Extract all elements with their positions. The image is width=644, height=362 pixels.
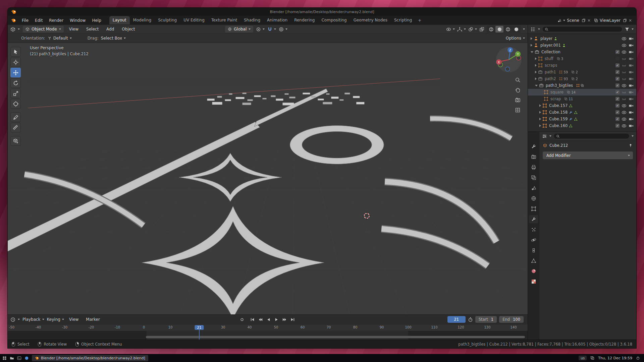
disable-render-camera-icon[interactable] bbox=[629, 117, 634, 122]
jump-to-end-button[interactable] bbox=[289, 316, 296, 322]
add-modifier-button[interactable]: Add Modifier bbox=[543, 152, 633, 159]
outliner-row-player001[interactable]: player.001 bbox=[528, 42, 636, 49]
exclude-checkbox[interactable] bbox=[615, 110, 620, 114]
zoom-icon[interactable] bbox=[515, 77, 521, 83]
expand-icon[interactable] bbox=[531, 37, 532, 40]
current-frame-field[interactable]: 21 bbox=[447, 316, 466, 323]
expand-icon[interactable] bbox=[539, 111, 541, 114]
menu-add[interactable]: Add bbox=[104, 26, 116, 33]
tab-view-layer[interactable] bbox=[529, 174, 538, 182]
proportional-edit-toggle[interactable] bbox=[279, 27, 287, 32]
outliner-row-scrap[interactable]: scrap 11 bbox=[528, 96, 636, 102]
show-overlays-dropdown[interactable] bbox=[468, 27, 477, 32]
snap-toggle[interactable] bbox=[267, 27, 276, 32]
tab-material[interactable] bbox=[529, 267, 538, 275]
tray-layers-icon[interactable] bbox=[590, 356, 594, 360]
next-keyframe-button[interactable] bbox=[281, 316, 288, 322]
outliner-row-path2[interactable]: path2 93 2 bbox=[528, 75, 636, 82]
filter-funnel-icon[interactable] bbox=[625, 27, 630, 32]
window-titlebar[interactable]: Blender [/home/amalie/Desktop/blender/ru… bbox=[8, 8, 636, 16]
outliner-row-path3-bigtiles[interactable]: path3_bigtiles bbox=[528, 82, 636, 89]
browser-icon[interactable] bbox=[24, 356, 29, 360]
jump-to-start-button[interactable] bbox=[249, 316, 256, 322]
end-frame-field[interactable]: End100 bbox=[499, 316, 524, 323]
disable-render-camera-icon[interactable] bbox=[629, 70, 634, 75]
tab-scene[interactable] bbox=[529, 184, 538, 192]
outliner-search[interactable] bbox=[542, 26, 623, 32]
tab-output[interactable] bbox=[529, 163, 538, 171]
expand-icon[interactable] bbox=[539, 118, 541, 120]
workspace-tab-layout[interactable]: Layout bbox=[109, 16, 130, 24]
outliner-row-cube159[interactable]: Cube.159 bbox=[528, 116, 636, 122]
shading-material-button[interactable] bbox=[504, 26, 512, 33]
expand-icon[interactable] bbox=[535, 57, 537, 60]
new-scene-icon[interactable] bbox=[582, 18, 586, 22]
options-dropdown[interactable]: Options bbox=[506, 36, 525, 41]
editor-type-selector[interactable] bbox=[10, 27, 20, 32]
hide-viewport-eye-icon[interactable] bbox=[622, 50, 627, 55]
tab-modifiers[interactable] bbox=[529, 215, 538, 223]
play-reverse-button[interactable] bbox=[265, 316, 272, 322]
timeline-ruler[interactable]: -50 -40 -30 -20 -10 0 10 20 30 40 50 60 … bbox=[8, 324, 528, 331]
tool-scale[interactable] bbox=[10, 88, 21, 98]
hide-viewport-eye-icon[interactable] bbox=[622, 103, 627, 108]
tool-annotate[interactable] bbox=[10, 112, 21, 122]
ortho-grid-icon[interactable] bbox=[515, 107, 521, 113]
playhead-line[interactable] bbox=[199, 330, 200, 340]
outliner-row-scraps[interactable]: scraps bbox=[528, 62, 636, 69]
disable-render-camera-icon[interactable] bbox=[629, 36, 634, 41]
viewport-scene[interactable] bbox=[8, 43, 528, 314]
disable-render-camera-icon[interactable] bbox=[629, 63, 634, 68]
menu-help[interactable]: Help bbox=[89, 17, 104, 24]
file-manager-icon[interactable] bbox=[10, 356, 14, 360]
tool-select-box[interactable] bbox=[10, 47, 21, 57]
workspace-tab-scripting[interactable]: Scripting bbox=[391, 16, 415, 24]
3d-viewport[interactable]: User Perspective (21) path3_bigtiles | C… bbox=[8, 43, 528, 314]
outliner-row-path1[interactable]: path1 59 2 bbox=[528, 69, 636, 75]
disable-render-camera-icon[interactable] bbox=[629, 97, 634, 102]
menu-object[interactable]: Object bbox=[119, 26, 137, 33]
disable-render-camera-icon[interactable] bbox=[629, 103, 634, 108]
chevron-down-icon[interactable] bbox=[523, 28, 525, 30]
pin-icon[interactable] bbox=[629, 143, 633, 147]
hide-viewport-eye-icon[interactable] bbox=[622, 83, 627, 88]
expand-icon[interactable] bbox=[531, 44, 532, 47]
properties-editor-type[interactable] bbox=[542, 134, 551, 139]
menu-select[interactable]: Select bbox=[84, 26, 101, 33]
menu-edit[interactable]: Edit bbox=[32, 17, 46, 24]
disable-render-camera-icon[interactable] bbox=[629, 50, 634, 55]
timeline-scrollbar[interactable] bbox=[146, 336, 525, 338]
add-workspace-button[interactable]: + bbox=[415, 17, 424, 24]
show-gizmo-dropdown[interactable] bbox=[457, 27, 466, 32]
expand-icon[interactable] bbox=[535, 77, 537, 80]
hidden-eye-icon[interactable] bbox=[622, 90, 627, 95]
exclude-checkbox[interactable] bbox=[615, 124, 620, 128]
exclude-checkbox[interactable] bbox=[615, 63, 620, 67]
menu-window[interactable]: Window bbox=[67, 17, 89, 24]
disable-render-camera-icon[interactable] bbox=[629, 83, 634, 88]
tool-add-cube[interactable] bbox=[10, 136, 21, 146]
tool-measure[interactable] bbox=[10, 123, 21, 132]
expand-icon[interactable] bbox=[539, 124, 541, 127]
pivot-point-dropdown[interactable] bbox=[256, 27, 265, 32]
exclude-checkbox[interactable] bbox=[615, 70, 620, 74]
outliner-editor-type[interactable] bbox=[531, 27, 540, 32]
clock[interactable]: Thu, 12 Dec 19:59 bbox=[598, 356, 632, 360]
menu-file[interactable]: File bbox=[19, 17, 32, 24]
hidden-eye-icon[interactable] bbox=[622, 56, 627, 61]
tab-texture[interactable] bbox=[529, 278, 538, 286]
expand-icon[interactable] bbox=[535, 71, 537, 73]
timeline-editor-type[interactable] bbox=[10, 317, 20, 322]
chevron-down-icon[interactable] bbox=[632, 28, 634, 30]
hidden-eye-icon[interactable] bbox=[622, 97, 627, 102]
outliner-row-collection[interactable]: Collection bbox=[528, 49, 636, 55]
orientation-setting-dropdown[interactable]: Default bbox=[48, 36, 72, 41]
outliner-row-player[interactable]: player bbox=[528, 35, 636, 42]
exclude-checkbox[interactable] bbox=[615, 57, 620, 61]
exclude-checkbox[interactable] bbox=[615, 97, 620, 101]
menu-render[interactable]: Render bbox=[46, 17, 66, 24]
workspace-tab-sculpting[interactable]: Sculpting bbox=[155, 16, 180, 24]
workspace-tab-uv-editing[interactable]: UV Editing bbox=[180, 16, 208, 24]
new-viewlayer-icon[interactable] bbox=[623, 18, 627, 22]
drag-setting-dropdown[interactable]: Select Box bbox=[101, 36, 126, 41]
